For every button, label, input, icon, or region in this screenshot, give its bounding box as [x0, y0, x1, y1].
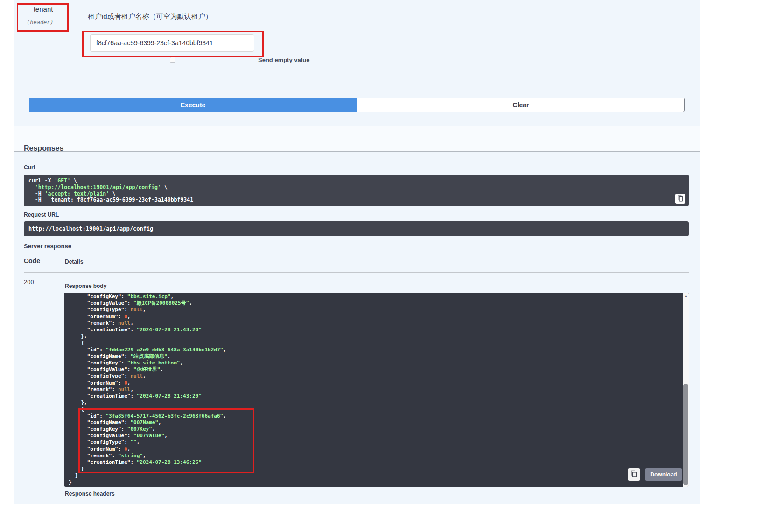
curl-code: curl -X 'GET' \ 'http://localhost:19001/… — [28, 178, 684, 203]
copy-response-button[interactable] — [628, 468, 640, 481]
clear-button[interactable]: Clear — [357, 98, 685, 112]
response-headers-label: Response headers — [65, 490, 115, 497]
scroll-up-icon[interactable]: ▲ — [683, 293, 689, 299]
send-empty-label: Send empty value — [258, 56, 310, 63]
server-response-label: Server response — [24, 243, 71, 250]
request-url-value: http://localhost:19001/api/app/config — [24, 221, 689, 236]
tenant-input[interactable] — [90, 34, 254, 52]
send-empty-checkbox[interactable] — [170, 57, 175, 63]
responses-header-row: Responses — [14, 126, 700, 152]
details-column-header: Details — [65, 259, 83, 265]
request-url-label: Request URL — [24, 211, 59, 218]
responses-title: Responses — [24, 144, 63, 153]
curl-label: Curl — [24, 164, 35, 171]
parameter-location: (header) — [27, 19, 54, 26]
status-code: 200 — [24, 279, 34, 286]
copy-icon — [677, 195, 684, 203]
parameter-name: __tenant — [26, 5, 53, 13]
copy-icon — [631, 470, 638, 479]
response-body-block: "configKey": "bbs.site.icp", "configValu… — [64, 293, 689, 487]
table-divider — [24, 272, 689, 273]
curl-command-block: curl -X 'GET' \ 'http://localhost:19001/… — [24, 175, 689, 206]
response-scrollbar[interactable]: ▲ ▼ — [683, 293, 689, 487]
code-column-header: Code — [24, 257, 40, 265]
parameter-description: 租户id或者租户名称（可空为默认租户） — [88, 12, 212, 21]
response-body-code: "configKey": "bbs.site.icp", "configValu… — [69, 294, 226, 486]
response-body-label: Response body — [65, 283, 106, 289]
copy-curl-button[interactable] — [675, 194, 685, 204]
execute-button[interactable]: Execute — [29, 98, 357, 112]
download-button[interactable]: Download — [645, 468, 682, 481]
scrollbar-thumb[interactable] — [683, 384, 688, 485]
